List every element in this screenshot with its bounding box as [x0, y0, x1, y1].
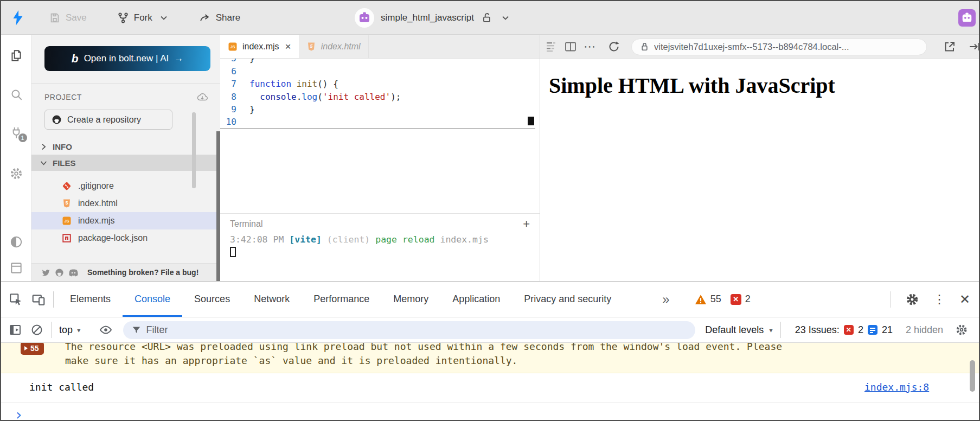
console-scrollbar[interactable]	[970, 360, 975, 392]
html-file-icon: 5	[306, 42, 316, 52]
open-in-bolt-label: Open in bolt.new | AI	[84, 53, 169, 64]
hidden-messages-label[interactable]: 2 hidden	[906, 324, 943, 336]
create-repository-button[interactable]: Create a repository	[44, 110, 172, 130]
devtools-menu-icon[interactable]: ⋮	[933, 292, 945, 307]
context-selector[interactable]: top ▾	[59, 324, 81, 336]
search-rail-button[interactable]	[9, 87, 23, 101]
robot-tile-icon	[961, 12, 973, 24]
settings-rail-button[interactable]	[9, 167, 23, 181]
share-button[interactable]: Share	[198, 12, 240, 24]
open-in-side-panel-icon[interactable]	[968, 40, 980, 53]
console-messages[interactable]: 55 The resource <URL> was preloaded usin…	[1, 343, 979, 420]
device-toolbar-icon[interactable]	[31, 292, 46, 307]
file-row-package-lock[interactable]: package-lock.json	[31, 229, 220, 247]
theme-toggle-button[interactable]	[9, 235, 23, 249]
preview-page: Simple HTML with JavaScript	[540, 73, 980, 98]
devtools-tab-performance[interactable]: Performance	[302, 282, 381, 317]
live-expression-eye-icon[interactable]	[99, 323, 112, 336]
expand-triangle-icon	[24, 346, 28, 350]
github-icon[interactable]	[55, 268, 64, 277]
svg-text:JS: JS	[64, 219, 69, 224]
code-line: 9}	[220, 103, 540, 116]
issues-warning-count: 21	[882, 324, 893, 336]
inspect-element-icon[interactable]	[9, 292, 23, 307]
devtools-tab-console[interactable]: Console	[123, 282, 182, 317]
reload-icon[interactable]	[607, 40, 620, 53]
console-warning-message[interactable]: 55 The resource <URL> was preloaded usin…	[1, 343, 979, 373]
divider	[53, 291, 54, 308]
tab-index-mjs[interactable]: JS index.mjs ×	[220, 35, 299, 58]
devtools-tab-application[interactable]: Application	[440, 282, 512, 317]
issues-error-count: 2	[858, 324, 863, 336]
prettier-icon[interactable]	[545, 40, 558, 53]
code-line: 7function init() {	[220, 78, 540, 91]
console-sidebar-icon[interactable]	[9, 323, 22, 336]
preview-url-bar[interactable]: vitejsviteh7d1uxej-smfx--5173--b894c784.…	[631, 39, 927, 55]
log-levels-selector[interactable]: Default levels ▾	[705, 324, 773, 336]
project-avatar[interactable]	[355, 8, 374, 28]
terminal-cursor[interactable]	[230, 247, 236, 257]
devtools-tab-memory[interactable]: Memory	[381, 282, 440, 317]
ports-rail-button[interactable]: 1	[9, 126, 23, 140]
devtools-settings-icon[interactable]	[905, 292, 919, 307]
devtools-tab-network[interactable]: Network	[242, 282, 302, 317]
file-row-index-mjs[interactable]: JS index.mjs	[31, 212, 220, 229]
open-external-icon[interactable]	[943, 40, 956, 53]
panel-layout-button[interactable]	[9, 261, 23, 275]
account-tile[interactable]	[958, 9, 976, 27]
console-prompt[interactable]: ›	[1, 403, 979, 420]
preview-toolbar: ⋯ vitejsviteh7d1uxej-smfx--5173--b894c78…	[540, 35, 980, 59]
svg-text:JS: JS	[230, 44, 235, 49]
more-tabs-icon[interactable]: »	[662, 292, 669, 307]
code-editor[interactable]: 5} 6 7function init() { 8 console.log('i…	[220, 59, 540, 213]
panel-scrollbar[interactable]	[192, 112, 196, 188]
save-icon	[49, 12, 61, 24]
discord-icon[interactable]	[68, 269, 79, 277]
project-name[interactable]: simple_html_javascript	[381, 12, 474, 23]
contrast-icon	[9, 235, 23, 249]
files-rail-button[interactable]	[9, 48, 23, 62]
console-toolbar: top ▾ Default levels ▾ 23 Issues: ✕ 2 21…	[1, 317, 979, 343]
fork-icon	[117, 11, 129, 24]
svg-text:5: 5	[310, 44, 312, 49]
stackblitz-logo-icon[interactable]	[11, 10, 25, 26]
warning-repeat-badge[interactable]: 55	[21, 343, 44, 355]
close-tab-icon[interactable]: ×	[285, 41, 291, 53]
add-terminal-icon[interactable]: +	[523, 218, 530, 230]
filter-input[interactable]	[146, 324, 626, 336]
tab-index-html[interactable]: 5 index.html	[299, 35, 369, 58]
bug-report-bar[interactable]: Something broken? File a bug!	[31, 263, 220, 281]
log-source-link[interactable]: index.mjs:8	[864, 381, 929, 393]
line-number: 7	[220, 79, 236, 89]
open-in-bolt-button[interactable]: b Open in bolt.new | AI →	[44, 46, 210, 71]
file-name: .gitignore	[78, 181, 114, 191]
prompt-chevron-icon: ›	[14, 406, 23, 420]
issues-message-badge-icon	[868, 325, 877, 335]
cloud-sync-icon[interactable]	[196, 92, 208, 102]
console-settings-icon[interactable]	[955, 323, 968, 336]
clear-console-icon[interactable]	[30, 323, 43, 336]
bottom-panel-icon	[9, 261, 23, 275]
line-number: 5	[220, 59, 236, 63]
fork-button[interactable]: Fork	[117, 11, 167, 24]
dropdown-arrow-icon: ▾	[77, 326, 81, 334]
panel-editor-splitter[interactable]	[216, 131, 220, 281]
devtools-close-icon[interactable]: ✕	[959, 292, 970, 307]
devtools-tab-sources[interactable]: Sources	[182, 282, 242, 317]
url-lock-icon	[640, 42, 649, 52]
chevron-down-icon[interactable]	[502, 16, 509, 20]
console-filter[interactable]	[123, 321, 696, 339]
devtools-tab-elements[interactable]: Elements	[58, 282, 123, 317]
save-button[interactable]: Save	[49, 12, 87, 24]
console-log-message[interactable]: init called index.mjs:8	[1, 373, 979, 403]
twitter-icon[interactable]	[41, 269, 50, 277]
issues-counter[interactable]: 23 Issues: ✕ 2 21	[795, 324, 893, 336]
more-actions-icon[interactable]: ⋯	[584, 40, 595, 54]
split-editor-icon[interactable]	[564, 40, 577, 53]
chevron-down-icon	[40, 160, 47, 167]
devtools-tab-privacy[interactable]: Privacy and security	[512, 282, 623, 317]
lock-open-icon[interactable]	[481, 11, 492, 24]
issue-counters[interactable]: 55 ✕ 2	[695, 294, 751, 305]
file-row-index-html[interactable]: 5 index.html	[31, 195, 220, 212]
chevron-right-icon	[40, 143, 47, 150]
